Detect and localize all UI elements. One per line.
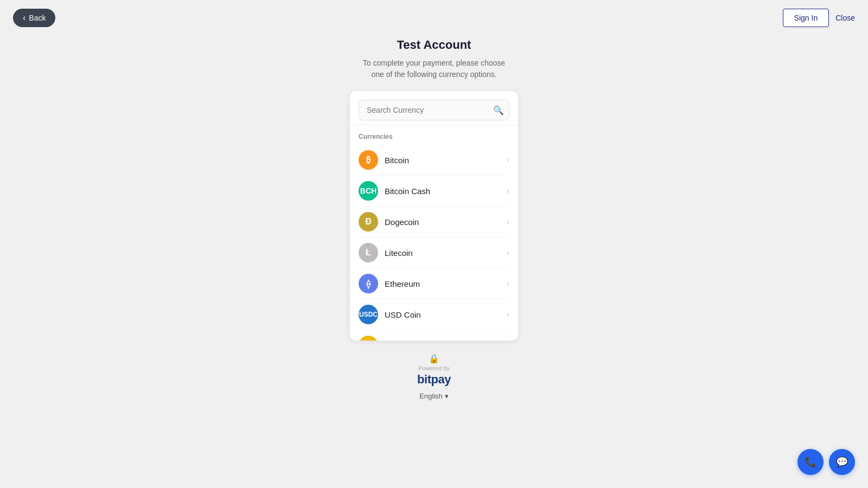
main-content: Test Account To complete your payment, p… xyxy=(0,0,868,400)
header-right: Sign In Close xyxy=(783,9,855,27)
header: Back Sign In Close xyxy=(0,0,868,36)
currency-item-busd[interactable]: BNB Binance USD › xyxy=(359,330,509,341)
currency-item-bitcoin-cash[interactable]: BCH Bitcoin Cash › xyxy=(359,176,509,207)
sign-in-button[interactable]: Sign In xyxy=(783,9,829,27)
currency-item-bitcoin[interactable]: ₿ Bitcoin › xyxy=(359,145,509,176)
ethereum-chevron-icon: › xyxy=(507,279,509,288)
ethereum-icon: ⟠ xyxy=(359,274,378,293)
currency-name-usdc: USD Coin xyxy=(385,310,507,319)
dogecoin-chevron-icon: › xyxy=(507,217,509,227)
litecoin-chevron-icon: › xyxy=(507,248,509,258)
currency-name-dogecoin: Dogecoin xyxy=(385,217,507,227)
bitcoin-icon: ₿ xyxy=(359,150,378,170)
fab-container: 📞 💬 xyxy=(797,449,855,475)
phone-fab-button[interactable]: 📞 xyxy=(797,449,824,475)
currency-list: ₿ Bitcoin › BCH Bitcoin Cash › Ð Dogecoi… xyxy=(359,145,509,341)
footer: 🔒 Powered by bitpay English ▾ xyxy=(417,354,451,400)
usdc-chevron-icon: › xyxy=(507,310,509,319)
currencies-section: Currencies ₿ Bitcoin › BCH Bitcoin Cash … xyxy=(350,125,518,341)
currency-name-bitcoin-cash: Bitcoin Cash xyxy=(385,187,507,196)
chat-icon: 💬 xyxy=(836,456,848,468)
currency-item-dogecoin[interactable]: Ð Dogecoin › xyxy=(359,207,509,237)
back-button[interactable]: Back xyxy=(13,9,55,27)
busd-icon: BNB xyxy=(359,336,378,341)
chevron-down-icon: ▾ xyxy=(445,392,449,400)
currency-name-bitcoin: Bitcoin xyxy=(385,156,507,165)
currency-item-ethereum[interactable]: ⟠ Ethereum › xyxy=(359,268,509,299)
bitpay-logo: bitpay xyxy=(417,373,451,387)
phone-icon: 📞 xyxy=(805,456,816,468)
currency-item-usdc[interactable]: USDC USD Coin › xyxy=(359,299,509,330)
currency-item-litecoin[interactable]: Ł Litecoin › xyxy=(359,237,509,268)
bitcoin-cash-chevron-icon: › xyxy=(507,186,509,196)
currency-name-litecoin: Litecoin xyxy=(385,248,507,258)
page-title: Test Account xyxy=(397,38,471,52)
close-button[interactable]: Close xyxy=(835,14,855,22)
search-container: 🔍 xyxy=(350,91,518,125)
language-selector[interactable]: English ▾ xyxy=(419,392,449,400)
search-wrap: 🔍 xyxy=(359,100,509,120)
currency-name-ethereum: Ethereum xyxy=(385,279,507,288)
bitcoin-cash-icon: BCH xyxy=(359,181,378,201)
lock-icon: 🔒 xyxy=(429,354,439,364)
litecoin-icon: Ł xyxy=(359,243,378,262)
bitcoin-chevron-icon: › xyxy=(507,155,509,165)
usdc-icon: USDC xyxy=(359,305,378,324)
dogecoin-icon: Ð xyxy=(359,212,378,232)
currencies-label: Currencies xyxy=(359,133,509,140)
language-label: English xyxy=(419,392,443,400)
search-input[interactable] xyxy=(359,100,509,120)
currency-card: 🔍 Currencies ₿ Bitcoin › BCH Bitcoin Cas… xyxy=(350,91,518,341)
back-label: Back xyxy=(29,14,46,22)
powered-by-text: Powered by xyxy=(418,365,450,371)
page-subtitle: To complete your payment, please choose … xyxy=(363,57,505,80)
chat-fab-button[interactable]: 💬 xyxy=(829,449,855,475)
